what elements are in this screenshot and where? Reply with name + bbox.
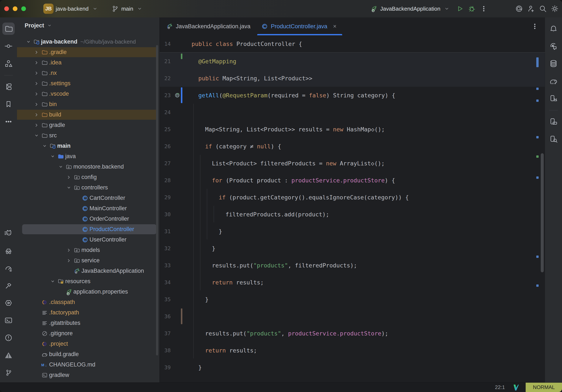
error-stripe-mark[interactable] [536,136,539,138]
code-line-21[interactable]: 21@GetMapping [160,53,545,70]
sticky-header-line[interactable]: 14public class ProductController { [160,35,545,53]
tree-item-models[interactable]: models [17,245,159,255]
running-devices-tool-button[interactable] [547,115,560,128]
terminal-tool-button[interactable] [2,314,15,327]
code-line-22[interactable]: 22public Map<String, List<Product>> [160,70,545,87]
run-configuration-widget[interactable]: JavaBackendApplication [367,3,454,15]
run-services-tool-button[interactable] [2,297,15,309]
chevron-collapsed-icon[interactable] [33,90,41,98]
device-manager-tool-button[interactable] [547,92,560,105]
build-tool-button[interactable] [2,279,15,292]
vcs-change-marker[interactable] [181,87,182,103]
tree-item--vscode[interactable]: .vscode [17,89,159,99]
tree-item-build[interactable]: build [17,109,159,120]
tree-item-changelog-md[interactable]: M↓CHANGELOG.md [17,359,159,370]
chevron-collapsed-icon[interactable] [33,111,41,119]
tree-item--nx[interactable]: .nx [17,68,159,78]
chevron-collapsed-icon[interactable] [65,246,73,254]
tree-item-java-backend[interactable]: java-backend~/Github/java-backend [17,36,159,47]
run-button[interactable] [454,3,466,15]
tree-item-src[interactable]: src [17,130,159,141]
tree-item-monostore-backend[interactable]: monostore.backend [17,162,159,172]
tree-item-build-gradle[interactable]: build.gradle [17,349,159,359]
tree-item-service[interactable]: service [17,255,159,266]
vcs-change-marker[interactable] [181,54,182,59]
debug-button[interactable] [466,3,478,15]
tree-item--gitattributes[interactable]: .gitattributes [17,318,159,328]
project-panel-header[interactable]: Project [17,17,159,30]
project-widget[interactable]: JB java-backend [40,2,102,15]
editor-scrollbar[interactable] [541,153,544,272]
project-tree-scrollbar[interactable] [156,45,158,356]
database-tool-button[interactable] [547,57,560,70]
tree-item-controllers[interactable]: controllers [17,182,159,193]
chevron-collapsed-icon[interactable] [33,69,41,77]
version-control-tool-button[interactable] [2,367,15,379]
chevron-expanded-icon[interactable] [65,184,73,192]
settings-button[interactable] [549,3,561,15]
code-with-me-button[interactable] [525,3,537,15]
code-line-38[interactable]: 38return results; [160,342,545,359]
more-actions-button[interactable] [478,3,490,15]
device-explorer-tool-button[interactable] [547,133,560,145]
tree-item-bin[interactable]: bin [17,99,159,109]
caret-position[interactable]: 22:1 [495,384,505,390]
tree-item--project[interactable]: .project [17,339,159,349]
incognito-plugin-tool-button[interactable] [2,244,15,257]
code-line-27[interactable]: 27List<Product> filteredProducts = new A… [160,155,545,172]
minimize-window-button[interactable] [13,6,17,11]
profiler-tool-button[interactable] [2,262,15,274]
vim-plugin-icon[interactable] [513,384,520,391]
code-line-34[interactable]: 34return results; [160,274,545,291]
chevron-expanded-icon[interactable] [57,163,65,171]
code-line-36[interactable]: 36 [160,308,545,325]
tree-item--gradle[interactable]: .gradle [17,47,159,57]
chevron-expanded-icon[interactable] [33,131,41,140]
tree-item-maincontroller[interactable]: MainController [17,203,159,214]
branch-widget[interactable]: main [108,3,147,15]
tab-options-kebab-icon[interactable] [530,22,539,31]
project-tool-button[interactable] [2,23,15,35]
code-line-39[interactable]: 39} [160,359,545,376]
services-tool-button[interactable] [2,81,15,93]
error-stripe-mark[interactable] [536,256,539,258]
chevron-collapsed-icon[interactable] [33,121,41,129]
ai-cat-plugin-tool-button[interactable] [2,227,15,239]
code-line-32[interactable]: 32} [160,240,545,257]
tree-item-gradle[interactable]: gradle [17,120,159,130]
code-line-37[interactable]: 37results.put("products", productService… [160,325,545,342]
chevron-expanded-icon[interactable] [41,142,49,150]
tree-item--settings[interactable]: .settings [17,78,159,89]
chevron-expanded-icon[interactable] [49,277,57,285]
chevron-collapsed-icon[interactable] [33,100,41,108]
code-line-28[interactable]: 28for (Product product : productService.… [160,172,545,189]
error-stripe-mark[interactable] [536,57,539,67]
editor-tab-javabackendapplication-java[interactable]: JavaBackendApplication.java [161,17,256,35]
code-line-24[interactable]: 24 [160,104,545,121]
chevron-expanded-icon[interactable] [24,38,33,46]
chevron-collapsed-icon[interactable] [33,59,41,67]
error-stripe-mark[interactable] [536,99,539,102]
ai-assistant-tool-button[interactable] [547,40,560,52]
chevron-collapsed-icon[interactable] [33,80,41,88]
code-line-25[interactable]: 25Map<String, List<Product>> results = n… [160,121,545,138]
search-everywhere-button[interactable] [537,3,549,15]
vcs-change-marker[interactable] [181,309,182,324]
ai-assistant-button[interactable] [513,3,525,15]
tree-item-cartcontroller[interactable]: CartController [17,193,159,203]
error-stripe-mark[interactable] [536,177,539,179]
problems-tool-button[interactable] [2,332,15,344]
structure-tool-button[interactable] [2,57,15,70]
code-line-33[interactable]: 33results.put("products", filteredProduc… [160,257,545,274]
code-line-14[interactable]: 14public class ProductController { [160,35,545,52]
code-line-29[interactable]: 29if (product.getCategory().equalsIgnore… [160,189,545,206]
code-line-23[interactable]: 23getAll(@RequestParam(required = false)… [160,87,545,104]
chevron-collapsed-icon[interactable] [65,257,73,265]
tree-item-application-properties[interactable]: application.properties [17,286,159,297]
close-tab-icon[interactable]: × [332,23,338,30]
tree-item--idea[interactable]: .idea [17,57,159,68]
code-line-35[interactable]: 35} [160,291,545,308]
tree-item-main[interactable]: main [17,141,159,151]
chevron-expanded-icon[interactable] [49,153,57,161]
tree-item-java[interactable]: java [17,151,159,162]
